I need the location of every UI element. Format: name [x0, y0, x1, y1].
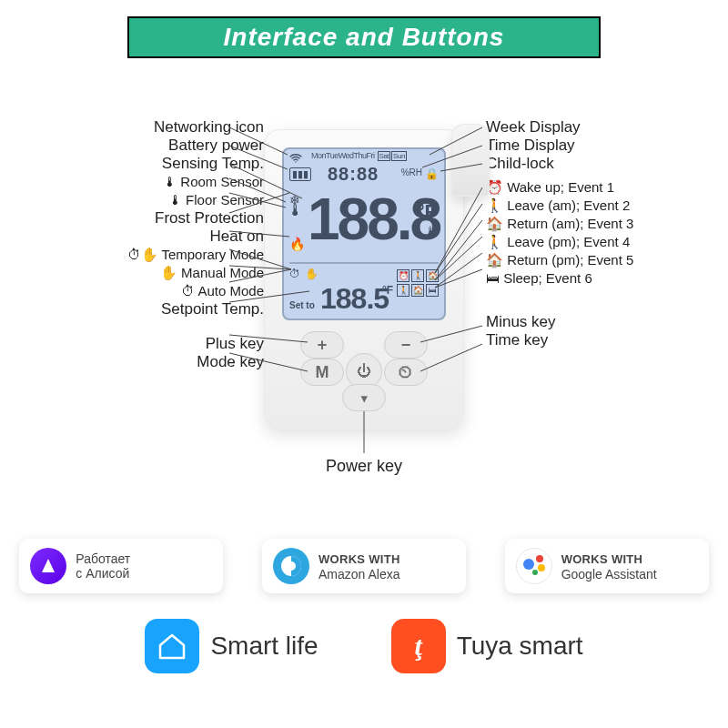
- label-setpoint: Setpoint Temp.: [42, 300, 264, 318]
- event-icon-5: 🏠: [411, 284, 424, 297]
- set-temp: 188.5: [320, 282, 389, 316]
- label-event-1: ⏰ Wake up; Event 1: [486, 178, 713, 197]
- weekday-row: MonTueWedThuFri SatSun: [311, 151, 407, 161]
- thermometer-icon: 🌡: [288, 202, 304, 218]
- wifi-icon: [289, 153, 302, 165]
- label-event-4: 🚶 Leave (pm); Event 4: [486, 233, 713, 251]
- diagram-stage: Networking icon Battery power Sensing Te…: [0, 91, 728, 519]
- label-event-6: 🛏 Sleep; Event 6: [486, 269, 713, 288]
- time-digits: 88:88: [328, 164, 379, 185]
- app-tuya: ţ Tuya smart: [391, 619, 583, 673]
- lcd-screen: MonTueWedThuFri SatSun ▮▮▮ 88:88 %RH 🔒 ❄…: [282, 147, 446, 320]
- label-battery: Battery power: [42, 136, 264, 155]
- rh-label: %RH: [401, 167, 422, 177]
- down-button[interactable]: ▾: [342, 384, 386, 411]
- label-time: Time Display: [486, 136, 713, 155]
- label-room-sensor: 🌡 Room Sensor: [42, 173, 264, 191]
- sensor-unit-icon: 🌡: [424, 224, 437, 238]
- label-childlock: Child-lock: [486, 155, 713, 173]
- keypad: + − M ⏲ ⏻ ▾: [304, 333, 424, 408]
- apps-row: Smart life ţ Tuya smart: [0, 619, 728, 673]
- thermostat-device: MonTueWedThuFri SatSun ▮▮▮ 88:88 %RH 🔒 ❄…: [264, 129, 464, 430]
- smartlife-label: Smart life: [210, 632, 318, 661]
- alexa-icon: [273, 548, 309, 584]
- flame-icon: 🔥: [289, 237, 305, 251]
- badge-alexa-text: WORKS WITHAmazon Alexa: [318, 551, 400, 581]
- minus-button[interactable]: −: [384, 331, 428, 359]
- label-sensing-temp: Sensing Temp.: [42, 155, 264, 173]
- label-event-3: 🏠 Return (am); Event 3: [486, 215, 713, 233]
- tuya-label: Tuya smart: [457, 632, 583, 661]
- label-week: Week Display: [486, 118, 713, 136]
- event-icon-3: 🏠: [426, 269, 439, 282]
- label-networking: Networking icon: [42, 118, 264, 136]
- badge-alisa: Работаетс Алисой: [19, 539, 223, 593]
- label-frost: Frost Protection: [42, 209, 264, 228]
- set-to-label: Set to: [289, 300, 315, 310]
- badge-google: WORKS WITHGoogle Assistant: [505, 539, 709, 593]
- assistant-badges: Работаетс Алисой WORKS WITHAmazon Alexa …: [0, 539, 728, 593]
- event-icon-1: ⏰: [397, 269, 410, 282]
- label-auto-mode: ⏱ Auto Mode: [42, 282, 264, 300]
- time-button[interactable]: ⏲: [384, 359, 428, 386]
- badge-google-text: WORKS WITHGoogle Assistant: [561, 551, 657, 581]
- battery-icon: ▮▮▮: [289, 167, 311, 181]
- label-heat-on: Heat on: [42, 228, 264, 246]
- label-event-5: 🏠 Return (pm); Event 5: [486, 251, 713, 269]
- set-unit: °F: [382, 284, 393, 297]
- label-time-key: Time key: [486, 331, 713, 349]
- alisa-icon: [30, 548, 66, 584]
- badge-alisa-text: Работаетс Алисой: [76, 551, 130, 581]
- title-text: Interface and Buttons: [224, 23, 505, 52]
- badge-alexa: WORKS WITHAmazon Alexa: [262, 539, 466, 593]
- mode-button[interactable]: M: [300, 359, 344, 386]
- callouts-left: Networking icon Battery power Sensing Te…: [42, 118, 264, 371]
- label-minus-key: Minus key: [486, 313, 713, 331]
- label-power-key: Power key: [0, 457, 728, 476]
- lock-icon: 🔒: [425, 167, 439, 180]
- label-mode-key: Mode key: [42, 353, 264, 371]
- label-floor-sensor: 🌡 Floor Sensor: [42, 191, 264, 209]
- unit-f: °F: [417, 200, 437, 224]
- mode-icons: ⏱ ✋: [289, 268, 319, 280]
- plus-button[interactable]: +: [300, 331, 344, 359]
- event-grid: ⏰ 🚶 🏠 🚶 🏠 🛏: [397, 269, 440, 297]
- event-icon-4: 🚶: [397, 284, 410, 297]
- title-bar: Interface and Buttons: [127, 16, 601, 58]
- tuya-icon: ţ: [391, 619, 446, 673]
- lcd-divider: [289, 262, 439, 264]
- event-icon-6: 🛏: [426, 284, 439, 297]
- label-temporary-mode: ⏱✋ Temporary Mode: [42, 246, 264, 264]
- callouts-right: Week Display Time Display Child-lock ⏰ W…: [486, 118, 713, 349]
- app-smartlife: Smart life: [145, 619, 318, 673]
- event-icon-2: 🚶: [411, 269, 424, 282]
- label-plus-key: Plus key: [42, 335, 264, 353]
- smartlife-icon: [145, 619, 199, 673]
- google-assistant-icon: [516, 548, 552, 584]
- label-event-2: 🚶 Leave (am); Event 2: [486, 197, 713, 215]
- label-manual-mode: ✋ Manual Mode: [42, 264, 264, 282]
